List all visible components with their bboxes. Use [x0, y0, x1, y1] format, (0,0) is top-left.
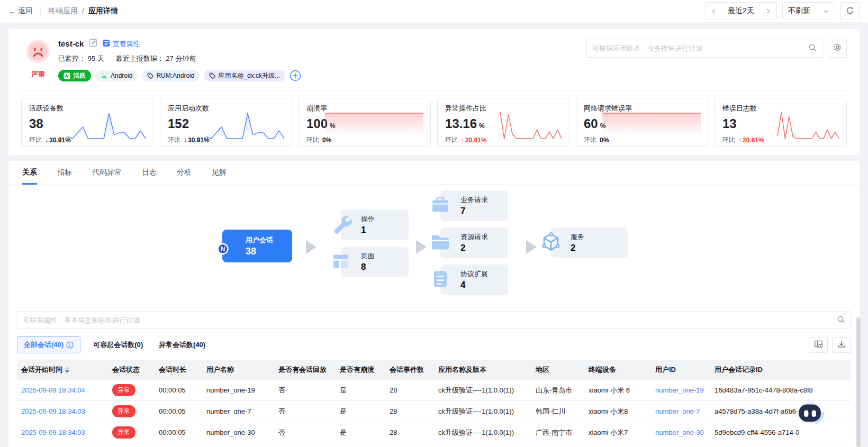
cell-status: 异常 — [108, 405, 155, 417]
wrench-icon — [330, 213, 352, 237]
flow-node-service[interactable]: 服务 2 — [550, 227, 628, 258]
download-icon — [837, 340, 846, 350]
sort-icon[interactable] — [65, 367, 69, 373]
divider — [40, 7, 41, 15]
cell-has_crash: 是 — [336, 407, 385, 416]
time-range-picker[interactable]: 最近2天 — [705, 2, 777, 20]
column-header-user_name: 用户名称 — [202, 365, 274, 375]
column-header-session_id: 用户会话记录ID — [710, 365, 851, 375]
app-tag[interactable]: 应用名称_dx:ck升级... — [204, 70, 285, 81]
stat-card-0[interactable]: 活跃设备数38环比↓30.91% — [21, 98, 153, 147]
column-label: 是否有崩溃 — [340, 365, 374, 375]
app-tag[interactable]: Android — [95, 70, 138, 81]
user-id-link[interactable]: number_one-19 — [651, 386, 710, 394]
stat-card-3[interactable]: 异常操作占比13.16%环比↑20.61% — [437, 98, 569, 147]
session-tab-1[interactable]: 可容忍会话数(0) — [93, 340, 143, 350]
session-tab-2[interactable]: 异常会话数(40) — [159, 340, 205, 350]
column-label: 会话事件数 — [390, 365, 424, 375]
cell-app_version: ck升级验证----1(1.0.0(1)) — [434, 407, 531, 416]
cell-session_id: a4578d75-a38a-4d7f-a6b6-a9a9 — [710, 407, 851, 415]
stats-row: 活跃设备数38环比↓30.91%应用启动次数152环比↓30.91%崩溃率100… — [21, 98, 847, 147]
column-label: 地区 — [536, 365, 549, 375]
column-header-start_time[interactable]: 会话开始时间 — [17, 365, 108, 375]
monitored-duration: 已监控： 95 天 — [58, 54, 104, 63]
app-tag[interactable]: 活跃 — [58, 70, 91, 81]
cell-duration: 00:00:05 — [155, 386, 202, 394]
flow-node-value: 2 — [460, 243, 508, 253]
settings-button[interactable] — [828, 39, 847, 58]
back-button[interactable]: ← 返回 — [8, 6, 33, 16]
flow-node-label: 资源请求 — [460, 232, 508, 242]
cell-device: xiaomi 小米7 — [584, 428, 651, 437]
up-arrow-icon: ↑ — [738, 136, 742, 144]
flow-node-operation[interactable]: 操作 1 — [341, 209, 409, 240]
edit-icon[interactable] — [89, 39, 97, 49]
stat-card-5[interactable]: 错误日志数13环比↑20.61% — [715, 98, 847, 147]
tab-代码异常[interactable]: 代码异常 — [92, 161, 122, 185]
svg-text:N: N — [221, 245, 225, 253]
breadcrumb: 终端应用 / 应用详情 — [48, 6, 118, 16]
app-tag[interactable]: RUM:Android — [142, 70, 200, 81]
search-icon[interactable] — [808, 43, 817, 53]
compare-label: 环比 — [29, 135, 42, 144]
stat-value: 60 — [584, 116, 598, 131]
column-label: 终端设备 — [589, 365, 616, 375]
stat-card-1[interactable]: 应用启动次数152环比↓30.91% — [160, 98, 292, 147]
search-icon[interactable] — [837, 315, 845, 325]
stat-unit: % — [479, 122, 485, 130]
chevron-left-icon[interactable] — [711, 8, 717, 14]
stat-value: 13 — [722, 116, 737, 131]
session-start-link[interactable]: 2025-09-09 19:34:04 — [17, 386, 108, 394]
chevron-right-icon[interactable] — [765, 8, 771, 14]
refresh-mode-select[interactable]: 不刷新 — [782, 2, 835, 20]
flow-node-page[interactable]: 页面 8 — [341, 247, 409, 277]
flow-node-protocol-extension[interactable]: 协议扩展 4 — [440, 264, 508, 295]
table-row: 2025-09-09 18:34:03异常00:00:05number_one-… — [17, 401, 851, 422]
view-properties-link[interactable]: 查看属性 — [103, 39, 140, 49]
session-tab-0[interactable]: 全部会话(40) — [17, 336, 80, 353]
down-arrow-icon: ↓ — [184, 136, 187, 144]
column-header-device: 终端设备 — [584, 365, 651, 375]
flow-node-label: 操作 — [361, 214, 409, 224]
chevron-down-icon — [823, 8, 829, 14]
flow-node-user-session[interactable]: N 用户会话 38 — [222, 230, 292, 262]
info-icon — [66, 341, 74, 349]
cell-duration: 00:00:05 — [155, 428, 202, 436]
last-report-time: 最近上报数据： 27 分钟前 — [116, 54, 196, 63]
cell-user_name: number_one-30 — [202, 428, 274, 436]
back-arrow-icon: ← — [8, 7, 16, 15]
column-label: 会话时长 — [159, 365, 186, 375]
time-range-label[interactable]: 最近2天 — [728, 6, 754, 16]
cell-event_count: 28 — [385, 386, 434, 394]
tab-关系[interactable]: 关系 — [22, 161, 37, 185]
add-tag-button[interactable] — [290, 70, 301, 81]
refresh-mode-label: 不刷新 — [788, 6, 810, 16]
tab-见解[interactable]: 见解 — [212, 161, 227, 185]
vertical-scrollbar[interactable] — [856, 317, 861, 447]
view-properties-label: 查看属性 — [112, 39, 140, 49]
cell-region: 韩国-仁川 — [531, 407, 584, 416]
session-tab-label: 异常会话数(40) — [159, 340, 205, 350]
app-filter-input[interactable] — [592, 44, 808, 52]
session-filter-input[interactable] — [23, 316, 837, 324]
breadcrumb-parent[interactable]: 终端应用 — [48, 6, 78, 16]
column-settings-button[interactable] — [809, 337, 828, 353]
refresh-button[interactable] — [840, 2, 860, 20]
tab-日志[interactable]: 日志 — [142, 161, 157, 185]
tag-list: 活跃AndroidRUM:Android应用名称_dx:ck升级... — [58, 70, 301, 81]
assistant-robot-button[interactable] — [795, 397, 826, 427]
compare-label: 环比 — [722, 135, 735, 144]
user-id-link[interactable]: number_one-30 — [651, 428, 710, 436]
stat-card-4[interactable]: 网络请求错误率60%环比0% — [576, 98, 708, 147]
user-id-link[interactable]: number_one-7 — [651, 407, 710, 415]
session-start-link[interactable]: 2025-09-09 18:34:03 — [17, 428, 108, 436]
stat-card-2[interactable]: 崩溃率100%环比0% — [299, 98, 431, 147]
session-start-link[interactable]: 2025-09-09 18:34:03 — [17, 407, 108, 415]
flow-node-business-request[interactable]: 业务请求 7 — [440, 190, 508, 221]
column-header-event_count: 会话事件数 — [385, 365, 434, 375]
tab-指标[interactable]: 指标 — [57, 161, 72, 185]
tab-分析[interactable]: 分析 — [177, 161, 192, 185]
flow-node-resource-request[interactable]: 资源请求 2 — [440, 227, 508, 258]
table-row: 2025-09-09 18:34:03异常00:00:05number_one-… — [17, 422, 851, 443]
download-button[interactable] — [832, 337, 851, 353]
